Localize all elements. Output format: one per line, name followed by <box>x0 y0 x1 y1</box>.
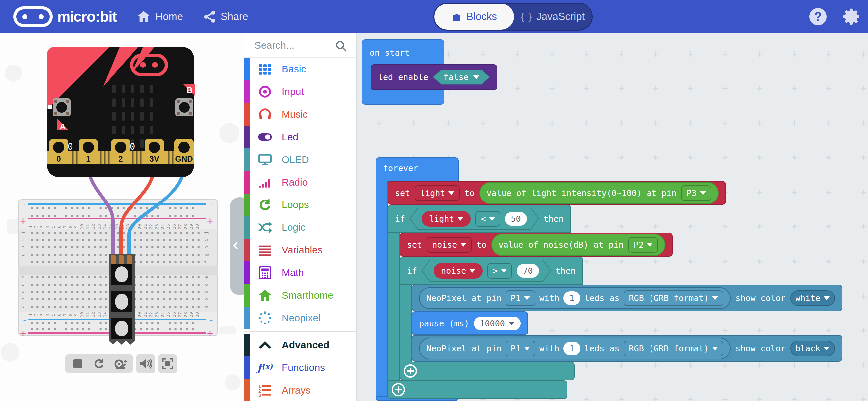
variable-noise-dropdown[interactable]: noise <box>427 237 472 253</box>
pause-duration-dropdown[interactable]: 10000 <box>474 316 521 330</box>
home-label: Home <box>155 11 183 23</box>
led-count[interactable]: 1 <box>563 342 580 356</box>
button-a[interactable] <box>53 98 70 116</box>
operator-dropdown[interactable]: < <box>475 211 500 227</box>
svg-text:20: 20 <box>137 312 142 317</box>
add-else-button[interactable] <box>392 383 405 396</box>
block-neopixel-show-black[interactable]: NeoPixel at pin P1 with 1 leds as RGB (G… <box>412 335 842 362</box>
svg-text:j: j <box>204 232 209 234</box>
svg-text:e: e <box>20 276 25 279</box>
search-icon[interactable] <box>335 40 347 52</box>
svg-text:3: 3 <box>39 225 44 228</box>
led-count[interactable]: 1 <box>563 291 580 305</box>
volume-button[interactable] <box>136 354 155 373</box>
svg-text:i: i <box>204 239 209 241</box>
fullscreen-button[interactable] <box>158 354 177 373</box>
pin-p1-dropdown[interactable]: P1 <box>505 341 535 357</box>
category-smarthome[interactable]: Smarthome <box>244 284 356 307</box>
category-neopixel[interactable]: Neopixel <box>244 307 356 329</box>
category-music[interactable]: Music <box>244 103 356 126</box>
block-set-light[interactable]: set light to value of light intensity(0~… <box>388 181 726 205</box>
svg-text:14: 14 <box>102 224 107 229</box>
pin-p2-dropdown[interactable]: P2 <box>628 237 658 253</box>
neopixel-strip-module <box>109 254 135 345</box>
pin-2-value: 0 <box>130 141 135 152</box>
show-color-label: show color <box>735 293 785 303</box>
leds-as-label: leds as <box>584 344 619 353</box>
svg-text:5: 5 <box>51 225 56 228</box>
stop-button[interactable] <box>68 354 88 373</box>
block-pause[interactable]: pause (ms) 10000 <box>412 311 528 335</box>
pin-p3-dropdown[interactable]: P3 <box>681 185 711 201</box>
volume-icon <box>140 359 152 369</box>
svg-text:24: 24 <box>160 312 165 317</box>
share-label: Share <box>221 11 248 23</box>
pin-p1-dropdown[interactable]: P1 <box>505 290 535 306</box>
restart-button[interactable] <box>89 354 109 373</box>
variable-noise-pill[interactable]: noise <box>434 263 483 279</box>
svg-text:h: h <box>204 246 209 249</box>
share-button[interactable]: Share <box>204 11 248 23</box>
button-b[interactable] <box>175 98 193 116</box>
block-if-light[interactable]: if light < 50 then <box>388 205 571 233</box>
block-set-noise[interactable]: set noise to value of noise(dB) at pin P… <box>400 233 673 257</box>
microbit-logo[interactable]: micro:bit <box>13 6 117 27</box>
help-button[interactable]: ? <box>809 7 828 27</box>
category-led[interactable]: Led <box>244 126 356 148</box>
block-led-enable[interactable]: led enable false <box>371 64 497 90</box>
to-label: to <box>464 188 474 198</box>
block-noise-reporter[interactable]: value of noise(dB) at pin P2 <box>491 234 665 256</box>
svg-text:-: - <box>22 314 27 325</box>
svg-text:d: d <box>204 283 209 286</box>
category-variables[interactable]: Variables <box>244 239 356 261</box>
format-dropdown[interactable]: RGB (GRB format) <box>624 290 724 306</box>
tab-javascript[interactable]: { } JavaScript <box>514 11 592 23</box>
svg-text:8: 8 <box>68 225 73 228</box>
gear-icon <box>843 7 861 26</box>
home-button[interactable]: Home <box>137 11 183 23</box>
slow-motion-button[interactable] <box>111 354 130 373</box>
variable-light-dropdown[interactable]: light <box>415 185 460 201</box>
led-enable-value-dropdown[interactable]: false <box>433 70 490 85</box>
block-forever[interactable]: forever <box>376 157 459 182</box>
category-functions[interactable]: ƒ(x) Functions <box>244 357 356 379</box>
category-math[interactable]: Math <box>244 261 356 284</box>
category-oled[interactable]: OLED <box>244 148 356 171</box>
block-if-noise[interactable]: if noise > 70 then <box>400 257 583 285</box>
dropdown-arrow-icon <box>524 347 530 350</box>
block-neopixel-show-white[interactable]: NeoPixel at pin P1 with 1 leds as RGB (G… <box>412 285 842 311</box>
if-label: if <box>407 266 417 276</box>
search-input[interactable] <box>254 39 331 51</box>
category-input[interactable]: Input <box>244 81 356 103</box>
svg-text:27: 27 <box>177 312 182 317</box>
category-radio[interactable]: Radio <box>244 171 356 193</box>
dropdown-arrow-icon <box>824 347 830 350</box>
category-basic[interactable]: Basic <box>244 58 356 81</box>
rail-plus: + <box>20 215 26 227</box>
svg-text:9: 9 <box>73 313 79 316</box>
neopixel-config[interactable]: NeoPixel at pin P1 with 1 leds as RGB (G… <box>419 338 731 360</box>
block-light-intensity-reporter[interactable]: value of light intensity(0~100) at pin P… <box>479 182 719 204</box>
workspace[interactable]: ++++++++++++++++++++++++++++++++++++++++… <box>357 33 868 401</box>
threshold-value[interactable]: 50 <box>505 212 527 226</box>
category-arrays[interactable]: 123 Arrays <box>244 379 356 401</box>
category-loops[interactable]: Loops <box>244 193 356 216</box>
condition-light[interactable]: light < 50 <box>410 208 539 230</box>
operator-dropdown[interactable]: > <box>487 263 512 279</box>
svg-text:21: 21 <box>143 312 148 317</box>
color-white-dropdown[interactable]: white <box>790 290 835 306</box>
condition-noise[interactable]: noise > 70 <box>422 260 551 282</box>
variable-light-pill[interactable]: light <box>422 211 471 227</box>
color-black-dropdown[interactable]: black <box>790 341 835 357</box>
settings-button[interactable] <box>843 7 861 27</box>
svg-text:11: 11 <box>85 224 90 229</box>
add-else-button[interactable] <box>404 364 417 378</box>
format-dropdown[interactable]: RGB (GRB format) <box>624 341 724 357</box>
category-advanced[interactable]: Advanced <box>244 334 356 357</box>
svg-text:b: b <box>20 298 25 301</box>
svg-text:29: 29 <box>189 224 193 229</box>
tab-blocks[interactable]: Blocks <box>434 4 514 30</box>
neopixel-config[interactable]: NeoPixel at pin P1 with 1 leds as RGB (G… <box>419 287 731 309</box>
threshold-value[interactable]: 70 <box>517 264 539 278</box>
category-logic[interactable]: Logic <box>244 216 356 239</box>
